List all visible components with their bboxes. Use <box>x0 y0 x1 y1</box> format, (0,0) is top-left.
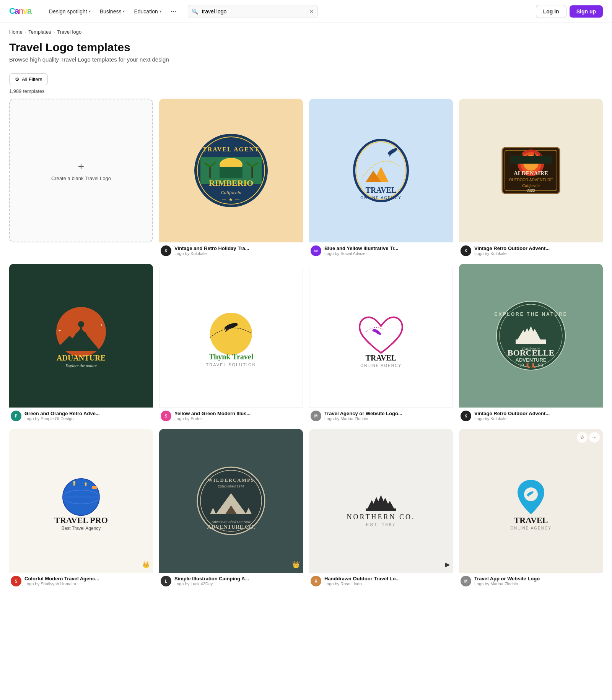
svg-text:California: California <box>221 190 242 195</box>
template-card-vintage-holiday[interactable]: TRAVEL AGENT RIMBERIO California — ★ — K… <box>159 99 303 258</box>
card-name: Green and Orange Retro Adve... <box>24 411 151 416</box>
card-info: S Yellow and Green Modern Illus... Logo … <box>159 408 303 423</box>
svg-text:ALDENAIRE: ALDENAIRE <box>514 170 548 176</box>
search-bar: 🔍 ✕ <box>188 5 318 18</box>
filter-icon: ⚙ <box>15 76 20 82</box>
card-author: Logo by Luck 42Day <box>174 581 301 586</box>
template-card-northern-co[interactable]: NORTHERN CO. EST. 1987 ▶ R Handdrawn Out… <box>309 429 453 588</box>
svg-text:NORTHERN CO.: NORTHERN CO. <box>347 513 415 521</box>
card-text: Vintage and Retro Holiday Tra... Logo by… <box>174 245 301 256</box>
svg-point-48 <box>78 321 84 327</box>
template-grid: + Create a blank Travel Logo TRAVEL AGEN… <box>0 99 612 600</box>
card-author: Logo by Marina Zlochin <box>324 416 451 421</box>
svg-text:ADVENTURE CO.: ADVENTURE CO. <box>207 524 255 530</box>
template-card-aldenaire[interactable]: ALDENAIRE OUTDOOR ADVENTURE California 2… <box>459 99 603 258</box>
breadcrumb-sep-2: › <box>54 30 55 34</box>
card-thumbnail: ✦ ✦ ADUANTURE Explore the nature <box>9 264 153 408</box>
card-name: Vintage and Retro Holiday Tra... <box>174 245 301 251</box>
svg-text:a: a <box>27 6 32 16</box>
avatar: K <box>161 245 171 256</box>
svg-text:OUTDOOR ADVENTURE: OUTDOOR ADVENTURE <box>509 178 553 182</box>
template-card-travel-heart[interactable]: TRAVEL ONLINE AGENCY M Travel Agency or … <box>309 264 453 423</box>
svg-text:EXPLORE THE NATURE: EXPLORE THE NATURE <box>494 312 567 317</box>
canva-logo[interactable]: C a n v a <box>9 5 36 18</box>
svg-text:TRAVEL: TRAVEL <box>366 354 397 362</box>
card-text: Yellow and Green Modern Illus... Logo by… <box>174 411 301 421</box>
template-count: 1,989 templates <box>0 88 612 99</box>
all-filters-button[interactable]: ⚙ All Filters <box>9 73 48 85</box>
card-text: Travel App or Website Logo Logo by Marin… <box>474 576 601 586</box>
more-button[interactable]: ··· <box>589 432 600 443</box>
svg-point-59 <box>210 313 252 355</box>
card-info: K Vintage and Retro Holiday Tra... Logo … <box>159 242 303 258</box>
svg-text:TRAVEL: TRAVEL <box>366 186 397 194</box>
card-thumbnail: EXPLORE THE NATURE California BORCELLE A… <box>459 264 603 408</box>
plus-icon: + <box>78 160 84 172</box>
create-blank-card[interactable]: + Create a blank Travel Logo <box>9 99 153 242</box>
template-card-travel-app[interactable]: ☆ ··· TRAVEL ONLINE AGENCY M <box>459 429 603 588</box>
nav-education[interactable]: Education ▾ <box>130 6 165 17</box>
favorite-button[interactable]: ☆ <box>577 432 588 443</box>
svg-text:California: California <box>522 183 540 188</box>
svg-text:Established 1974: Established 1974 <box>218 484 244 488</box>
breadcrumb-sep-1: › <box>25 30 26 34</box>
card-text: Blue and Yellow Illustrative Tr... Logo … <box>324 245 451 256</box>
card-text: Travel Agency or Website Logo... Logo by… <box>324 411 451 421</box>
chevron-down-icon: ▾ <box>89 9 91 13</box>
svg-text:TRAVEL PRO: TRAVEL PRO <box>54 515 108 525</box>
svg-text:RIMBERIO: RIMBERIO <box>209 178 253 188</box>
breadcrumb-home[interactable]: Home <box>9 29 23 35</box>
svg-text:Explore the nature: Explore the nature <box>65 363 97 368</box>
svg-text:ONLINE AGENCY: ONLINE AGENCY <box>360 364 402 368</box>
card-thumbnail: TRAVEL PRO Best Travel Agency 👑 <box>9 429 153 573</box>
page-subtitle: Browse high quality Travel Logo template… <box>9 56 603 63</box>
nav-design-spotlight[interactable]: Design spotlight ▾ <box>45 6 94 17</box>
breadcrumb-current: Travel logo <box>57 29 81 35</box>
chevron-down-icon: ▾ <box>123 9 125 13</box>
avatar: SA <box>311 245 321 256</box>
avatar: K <box>461 245 471 256</box>
svg-text:19 👢👢 89: 19 👢👢 89 <box>519 362 543 368</box>
search-input[interactable] <box>188 5 318 18</box>
template-card-blue-yellow[interactable]: TRAVEL ONLINE AGENCY SA Blue and Yellow … <box>309 99 453 258</box>
svg-rect-89 <box>92 486 97 489</box>
create-blank-label: Create a blank Travel Logo <box>45 175 117 181</box>
card-name: Yellow and Green Modern Illus... <box>174 411 301 416</box>
template-card-borcelle[interactable]: EXPLORE THE NATURE California BORCELLE A… <box>459 264 603 423</box>
card-text: Simple Illustration Camping A... Logo by… <box>174 576 301 586</box>
card-author: Logo by Kulokale <box>174 251 301 256</box>
breadcrumb-templates[interactable]: Templates <box>28 29 51 35</box>
template-card-thynk-travel[interactable]: Thynk Travel TRAVEL SOLUTION S Yellow an… <box>159 264 303 423</box>
svg-text:EST. 1987: EST. 1987 <box>366 522 396 527</box>
search-clear-icon[interactable]: ✕ <box>309 8 314 15</box>
card-author: Logo by Kulokale <box>474 251 601 256</box>
login-button[interactable]: Log in <box>536 5 566 18</box>
template-card-travel-pro[interactable]: TRAVEL PRO Best Travel Agency 👑 S Colorf… <box>9 429 153 588</box>
card-author: Logo by Rose Lindo <box>324 581 451 586</box>
avatar: S <box>11 576 21 586</box>
svg-text:BORCELLE: BORCELLE <box>508 348 554 357</box>
svg-text:TRAVEL SOLUTION: TRAVEL SOLUTION <box>206 362 256 367</box>
svg-text:ONLINE AGENCY: ONLINE AGENCY <box>510 526 552 530</box>
card-name: Travel Agency or Website Logo... <box>324 411 451 416</box>
nav-business[interactable]: Business ▾ <box>96 6 129 17</box>
chevron-down-icon: ▾ <box>160 9 161 13</box>
card-name: Handdrawn Outdoor Travel Lo... <box>324 576 451 581</box>
svg-text:2022: 2022 <box>527 188 536 193</box>
card-thumbnail: TRAVEL ONLINE AGENCY <box>459 429 603 573</box>
template-card-wildercamps[interactable]: WILDERCAMPS Established 1974 Adventure S… <box>159 429 303 588</box>
card-name: Vintage Retro Outdoor Advent... <box>474 411 601 416</box>
svg-text:Adventure Shall Out Now: Adventure Shall Out Now <box>211 520 251 524</box>
card-thumbnail: ALDENAIRE OUTDOOR ADVENTURE California 2… <box>459 99 603 242</box>
signup-button[interactable]: Sign up <box>570 5 603 18</box>
avatar: L <box>161 576 171 586</box>
svg-text:ADUANTURE: ADUANTURE <box>57 354 106 362</box>
card-thumbnail: TRAVEL ONLINE AGENCY <box>309 264 453 408</box>
card-text: Colorful Modern Travel Agenc... Logo by … <box>24 576 151 586</box>
svg-point-24 <box>387 147 398 156</box>
card-info: R Handdrawn Outdoor Travel Lo... Logo by… <box>309 573 453 588</box>
template-card-aduanture[interactable]: ✦ ✦ ADUANTURE Explore the nature P Green… <box>9 264 153 423</box>
nav-more-button[interactable]: ··· <box>167 5 180 18</box>
card-info: K Vintage Retro Outdoor Advent... Logo b… <box>459 242 603 258</box>
crown-badge-2: 👑 <box>292 561 300 568</box>
